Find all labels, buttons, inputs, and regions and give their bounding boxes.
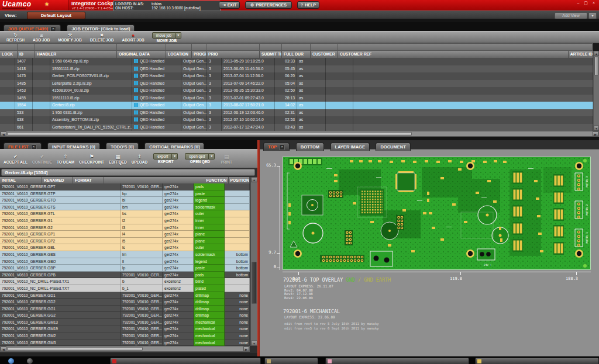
filter-cell[interactable] <box>117 43 166 51</box>
edit-qed-button[interactable]: ▦ EDIT QED <box>106 149 129 168</box>
refresh-button[interactable]: ↻ REFRESH <box>2 32 29 43</box>
file-row[interactable]: 792001_V0610_NC_DRILL-Plated.TX1 b excel… <box>0 278 250 285</box>
job-row[interactable]: 533 1 950 0331.i8.zip QED Handled Output… <box>0 109 593 117</box>
open-qed-dropdown[interactable]: open qed <box>185 153 209 160</box>
export-dropdown[interactable]: export <box>153 153 172 160</box>
file-row[interactable]: 792001_V0610_GERBER.GD2 792001_V0610_GER… <box>0 299 250 306</box>
move-job-dropdown-arrow[interactable]: ▼ <box>175 32 181 39</box>
scroll-left-arrow[interactable]: ◀ <box>1 346 6 351</box>
job-row[interactable]: 1453 415083004_00.i8.zip QED Handled Out… <box>0 87 593 95</box>
job-row[interactable]: 1485 Leiterplatte 2.zip.i8.zip QED Handl… <box>0 80 593 88</box>
add-job-button[interactable]: ⊞ ADD JOB <box>29 32 54 43</box>
column-header[interactable]: FORMAT <box>73 177 104 183</box>
filter-cell[interactable] <box>0 43 18 51</box>
delete-job-button[interactable]: ✖ DELETE JOB <box>86 32 118 43</box>
column-header[interactable]: PROGRESS <box>192 51 206 58</box>
filter-cell[interactable] <box>35 43 117 51</box>
taskbar-app-button[interactable] <box>264 358 318 364</box>
column-header[interactable]: LOCK <box>0 51 18 58</box>
scroll-right-arrow[interactable]: ▶ <box>593 131 598 136</box>
taskbar-app-button[interactable] <box>325 358 469 364</box>
job-queue-vertical-scrollbar[interactable]: ▲ ▼ <box>593 51 599 131</box>
scroll-right-arrow[interactable]: ▶ <box>243 346 249 351</box>
job-row[interactable]: 661 Gerberdateni_Tri_DALI_PC_51592_CTRL.… <box>0 124 593 131</box>
file-row[interactable]: 792001_V0610_GERBER.G2 l3 ger274x inner <box>0 224 250 231</box>
dock-app-icon[interactable] <box>8 358 14 364</box>
taskbar-app-button[interactable] <box>110 358 261 364</box>
column-header[interactable]: ID <box>18 51 35 58</box>
file-list-vertical-scrollbar[interactable]: ▲ ▼ <box>250 177 257 346</box>
close-tab-icon[interactable]: × <box>279 144 285 150</box>
scroll-up-arrow[interactable]: ▲ <box>251 177 257 182</box>
filter-cell[interactable] <box>593 43 593 51</box>
column-header[interactable]: PRIO <box>206 51 260 58</box>
file-row[interactable]: 792001_V0610_GERBER.GTS bm ger274x solde… <box>0 204 250 211</box>
file-row[interactable]: 792001_V0610_GERBER.GM13 792001_V0610_GE… <box>0 319 250 326</box>
filter-cell[interactable] <box>192 43 206 51</box>
column-header[interactable]: ARTICLE ID <box>569 51 593 58</box>
file-row[interactable]: 792001_V0610_GERBER.GM19 792001_V0610_GE… <box>0 325 250 332</box>
file-list-horizontal-scrollbar[interactable]: ◀ ▶ <box>0 346 250 352</box>
column-header[interactable]: POSITION <box>229 177 250 183</box>
filter-cell[interactable] <box>311 43 338 51</box>
abort-job-button[interactable]: ● ABORT JOB <box>118 32 148 43</box>
job-row[interactable]: 1554 Gerber.i8.zip QED Handled Output Ge… <box>0 102 593 109</box>
scroll-thumb[interactable] <box>594 57 598 75</box>
column-header[interactable]: FULL DUR <box>282 51 311 58</box>
tab-bottom[interactable]: BOTTOM <box>296 143 324 151</box>
tab-top[interactable]: TOP× <box>263 143 290 151</box>
filter-cell[interactable] <box>338 43 593 51</box>
exit-button[interactable]: ⇥EXIT <box>219 1 240 9</box>
column-header[interactable]: FUNCTION <box>104 177 229 183</box>
file-row[interactable]: 792001_V0610_GERBER.GTL bs ger274x outer <box>0 210 250 217</box>
to-ucam-button[interactable]: ⇧ TO UCAM <box>54 149 77 168</box>
continue-button[interactable]: ✔ CONTINUE <box>30 149 54 168</box>
column-header[interactable]: INITIAL <box>0 177 42 183</box>
file-row[interactable]: 792001_V0610_GERBER.GTP bp ger274x paste <box>0 190 250 197</box>
pcb-preview[interactable]: MOTOR 3 MOTOR 2 MOTOR 1 <box>283 157 591 270</box>
file-row[interactable]: 792001_V0610_GERBER.GBO ll ger274x legen… <box>0 258 250 265</box>
scroll-left-arrow[interactable]: ◀ <box>1 131 6 136</box>
job-row[interactable]: 1455 19511110.i8.zip QED Handled Output … <box>0 95 593 102</box>
file-row[interactable]: 792001_V0610_GERBER.GP1 l4 ger274x plane <box>0 231 250 238</box>
modify-job-button[interactable]: ⚒ MODIFY JOB <box>54 32 85 43</box>
job-row[interactable]: 1475 Gerber_PCB-POS073V01.i8.zip QED Han… <box>0 72 593 80</box>
scroll-thumb[interactable] <box>252 262 257 304</box>
column-header[interactable]: ORIGINAL DATA <box>117 51 166 58</box>
scroll-thumb[interactable] <box>7 347 143 351</box>
job-row[interactable]: 1418 19501111.i8.zip QED Handled Output … <box>0 65 593 73</box>
file-row[interactable]: 792001_V0610_GERBER.GM2 792001_V0610_GER… <box>0 332 250 339</box>
file-row[interactable]: 792001_V0610_GERBER.G1 l2 ger274x inner <box>0 217 250 224</box>
filter-cell[interactable] <box>18 43 35 51</box>
file-row[interactable]: 792001_V0610_GERBER.GPT 792001_V0610_GER… <box>0 183 250 190</box>
column-header[interactable]: SUBMIT TIME <box>260 51 282 58</box>
scroll-down-arrow[interactable]: ▼ <box>594 126 599 131</box>
accept-all-button[interactable]: ✔ ACCEPT ALL <box>1 149 30 168</box>
filter-cell[interactable] <box>282 43 311 51</box>
file-row[interactable]: 792001_V0610_GERBER.GBL ls ger274x outer <box>0 244 250 251</box>
window-controls[interactable]: – ▢ × <box>577 1 597 5</box>
preferences-button[interactable]: ⚙PREFERENCES <box>245 1 292 9</box>
column-header[interactable]: CUSTOMER <box>311 51 338 58</box>
file-row[interactable]: 792001_V0610_GERBER.GTO bl ger274x legen… <box>0 197 250 204</box>
job-row[interactable]: 638 Assembly_BOTTOM.i8.zip QED Handled O… <box>0 116 593 124</box>
open-qed-dropdown-arrow[interactable]: ▼ <box>209 153 215 160</box>
job-row[interactable]: 1407 1 950 0649.zip.i8.zip QED Handled O… <box>0 58 593 65</box>
file-row[interactable]: 792001_V0610_GERBER.GP2 l5 ger274x plane <box>0 238 250 245</box>
print-button[interactable]: ▤ PRINT <box>218 149 235 168</box>
tab-layer-image[interactable]: LAYER IMAGE <box>331 143 370 151</box>
file-row[interactable]: 792001_V0610_GERBER.GD1 792001_V0610_GER… <box>0 292 250 299</box>
scroll-down-arrow[interactable]: ▼ <box>251 341 257 346</box>
scroll-up-arrow[interactable]: ▲ <box>594 51 599 56</box>
column-header[interactable]: LOCATION <box>166 51 192 58</box>
file-row[interactable]: 792001_V0610_GERBER.GM3 792001_V0610_GER… <box>0 339 250 346</box>
tab-document[interactable]: DOCUMENT <box>376 143 410 151</box>
filter-cell[interactable] <box>260 43 282 51</box>
filter-cell[interactable] <box>206 43 260 51</box>
help-button[interactable]: ?HELP <box>297 1 319 9</box>
checkpoint-button[interactable]: ⚑ CHECKPOINT <box>77 149 106 168</box>
export-dropdown-arrow[interactable]: ▼ <box>172 153 178 160</box>
filter-cell[interactable] <box>166 43 192 51</box>
file-row[interactable]: 792001_V0610_GERBER.GG2 792001_V0610_GER… <box>0 312 250 319</box>
column-header[interactable]: HANDLER <box>35 51 117 58</box>
